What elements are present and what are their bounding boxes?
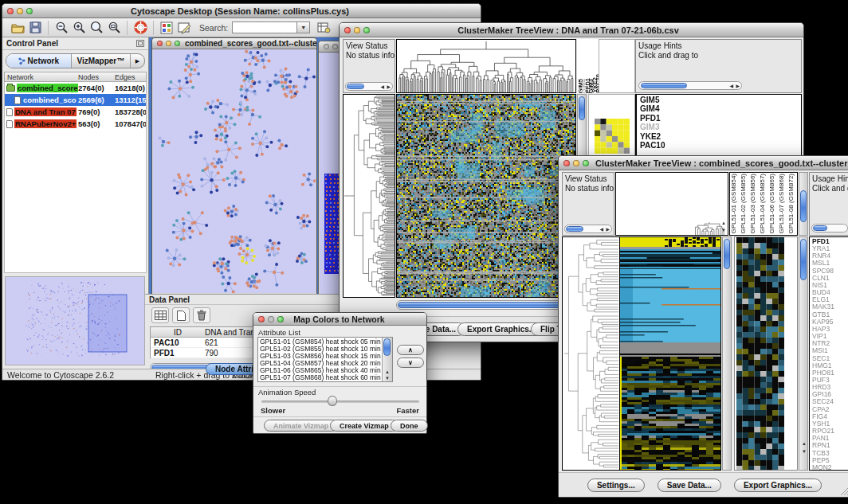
save-button[interactable] bbox=[26, 20, 44, 36]
network-view-canvas[interactable] bbox=[153, 49, 316, 293]
tv1-column-dendrogram[interactable] bbox=[396, 39, 576, 93]
scroll-right-arrow[interactable]: ▶ bbox=[606, 227, 610, 232]
scroll-up-arrow[interactable]: ▲ bbox=[721, 221, 726, 225]
animate-vizmap-button[interactable]: Animate Vizmap bbox=[264, 420, 338, 432]
scroll-left-arrow[interactable]: ◀ bbox=[380, 84, 384, 89]
resize-grip[interactable] bbox=[841, 487, 848, 495]
export-graphics-button[interactable]: Export Graphics... bbox=[734, 479, 822, 492]
scroll-right-arrow[interactable]: ▶ bbox=[736, 84, 740, 88]
network-window-1[interactable]: combined_scores_good.txt--cluste... bbox=[151, 37, 317, 294]
move-down-button[interactable]: ∨ bbox=[397, 357, 424, 368]
gene-label[interactable]: PFD1 bbox=[637, 114, 801, 123]
network-row[interactable]: combined_scores 2764(0) 16218(0) bbox=[5, 82, 146, 94]
done-button[interactable]: Done bbox=[391, 420, 428, 432]
close-button[interactable] bbox=[7, 8, 14, 14]
create-vizmap-button[interactable]: Create Vizmap bbox=[330, 420, 398, 432]
close-button[interactable] bbox=[563, 160, 570, 166]
column-label[interactable]: GPL51-06 (GSM865) bbox=[768, 174, 778, 234]
attribute-item[interactable]: GPL51-07 (GSM868) heat shock 60 min bbox=[258, 374, 381, 381]
zoom-button[interactable] bbox=[277, 316, 284, 322]
minimize-button[interactable] bbox=[573, 160, 579, 166]
minimize-button[interactable] bbox=[332, 44, 338, 49]
gene-label[interactable]: PAC10 bbox=[637, 141, 801, 150]
usage-hints-hscrollbar[interactable] bbox=[811, 224, 848, 232]
column-label[interactable]: GPL51-04 (GSM857) bbox=[759, 174, 768, 234]
column-label[interactable]: GPL51-01 (GSM854) bbox=[730, 174, 740, 234]
tab-vizmapper[interactable]: VizMapper™ bbox=[72, 54, 131, 68]
annotation-icon[interactable] bbox=[175, 20, 193, 36]
network-row[interactable]: RNAPuberNov2+ 563(0) 107847(0) bbox=[5, 118, 146, 130]
zoom-button[interactable] bbox=[175, 41, 180, 46]
main-titlebar[interactable]: Cytoscape Desktop (Session Name: collins… bbox=[2, 4, 481, 18]
column-label[interactable]: GPL51-07 (GSM868) bbox=[778, 174, 787, 234]
zoom-out-icon[interactable] bbox=[53, 20, 70, 36]
tv2-gene-list[interactable]: PFD1YRA1RNR4MSL1SPC98CLN1NIS1BUD4ELG1MAK… bbox=[809, 236, 848, 471]
save-data-button[interactable]: Save Data... bbox=[658, 479, 721, 492]
zoom-selected-icon[interactable] bbox=[88, 20, 105, 36]
speed-slider-thumb[interactable] bbox=[328, 396, 337, 406]
view-status-hscrollbar[interactable]: ◀▶ bbox=[564, 225, 612, 233]
table-grid-icon[interactable] bbox=[151, 307, 169, 323]
zoom-button[interactable] bbox=[363, 27, 370, 33]
float-panel-icon[interactable] bbox=[136, 40, 144, 47]
column-label[interactable]: GPL51-02 (GSM855) bbox=[740, 174, 749, 234]
search-input[interactable] bbox=[232, 21, 297, 33]
search-dropdown-button[interactable]: ▼ bbox=[297, 21, 310, 33]
tv2-heatmap-vscrollbar[interactable] bbox=[722, 236, 732, 471]
minimize-button[interactable] bbox=[17, 8, 23, 14]
attribute-list-vscrollbar[interactable]: ▲ ▼ bbox=[382, 338, 392, 381]
gene-label[interactable]: GIM3 bbox=[637, 123, 801, 131]
zoom-button[interactable] bbox=[26, 8, 33, 14]
close-button[interactable] bbox=[324, 44, 329, 49]
trash-icon[interactable] bbox=[193, 307, 210, 323]
column-label[interactable]: GIM3 bbox=[587, 79, 591, 93]
treeview2-titlebar[interactable]: ClusterMaker TreeView : combined_scores_… bbox=[559, 156, 848, 170]
column-label[interactable]: GPL51-03 (GSM856) bbox=[749, 174, 759, 234]
tv1-mini-heatmap[interactable] bbox=[595, 119, 630, 154]
zoom-fit-icon[interactable] bbox=[105, 20, 123, 36]
tv1-heatmap[interactable] bbox=[396, 94, 576, 298]
move-up-button[interactable]: ∧ bbox=[397, 345, 424, 355]
scroll-down-arrow[interactable]: ▼ bbox=[802, 449, 807, 454]
network-row[interactable]: combined_sco 2569(6) 13112(15) bbox=[5, 94, 146, 106]
help-lifering-icon[interactable] bbox=[132, 20, 149, 36]
tv2-row-dendrogram[interactable] bbox=[562, 236, 619, 471]
network-row[interactable]: DNA and Tran 07 769(0) 183728(0) bbox=[5, 106, 146, 118]
close-button[interactable] bbox=[258, 316, 265, 322]
gene-label[interactable]: GIM4 bbox=[637, 104, 801, 113]
minimize-button[interactable] bbox=[354, 27, 360, 33]
usage-hints-hscrollbar[interactable]: ◀▶ bbox=[638, 81, 742, 90]
scroll-up-arrow[interactable]: ▲ bbox=[385, 369, 390, 374]
view-status-hscrollbar[interactable]: ◀▶ bbox=[345, 82, 393, 91]
tv2-labels-vscrollbar[interactable] bbox=[799, 172, 808, 236]
column-label[interactable]: GPL51-08 (GSM872) bbox=[787, 174, 797, 234]
tab-network[interactable]: Network bbox=[6, 54, 72, 68]
close-button[interactable] bbox=[157, 41, 163, 46]
tv2-genelist-vscrollbar[interactable]: ▲ ▼ bbox=[799, 236, 808, 471]
scroll-left-arrow[interactable]: ◀ bbox=[729, 84, 733, 88]
gene-label[interactable]: GIM5 bbox=[637, 96, 801, 104]
new-doc-icon[interactable] bbox=[172, 307, 190, 323]
tv1-row-dendrogram[interactable] bbox=[343, 94, 395, 298]
tab-overflow-arrow[interactable]: ▶ bbox=[131, 54, 144, 68]
scroll-down-arrow[interactable]: ▼ bbox=[721, 228, 726, 232]
scroll-left-arrow[interactable]: ◀ bbox=[599, 227, 603, 232]
tv2-zoom-heatmap[interactable] bbox=[736, 237, 784, 470]
zoom-button[interactable] bbox=[583, 160, 589, 166]
scroll-up-arrow[interactable]: ▲ bbox=[802, 441, 807, 446]
gene-label[interactable]: YKE2 bbox=[637, 132, 801, 141]
panel-layout-icon[interactable] bbox=[158, 20, 175, 36]
scroll-right-arrow[interactable]: ▶ bbox=[387, 84, 391, 89]
column-label[interactable]: PAC10 bbox=[595, 74, 598, 93]
treeview1-titlebar[interactable]: ClusterMaker TreeView : DNA and Tran 07-… bbox=[340, 23, 803, 37]
tv1-heatmap-hscrollbar[interactable] bbox=[396, 300, 576, 310]
tv2-heatmap[interactable] bbox=[619, 236, 721, 471]
settings-button[interactable]: Settings... bbox=[587, 479, 645, 492]
open-file-button[interactable] bbox=[9, 20, 26, 36]
birdseye-overview[interactable] bbox=[5, 276, 145, 365]
dialog-titlebar[interactable]: Map Colors to Network bbox=[253, 313, 426, 326]
overview-canvas[interactable] bbox=[6, 277, 144, 365]
tv2-column-dendrogram[interactable]: ▲ ▼ bbox=[615, 172, 728, 236]
zoom-in-icon[interactable] bbox=[70, 20, 88, 36]
attribute-listbox[interactable]: GPL51-01 (GSM854) heat shock 05 minGPL51… bbox=[257, 337, 393, 382]
